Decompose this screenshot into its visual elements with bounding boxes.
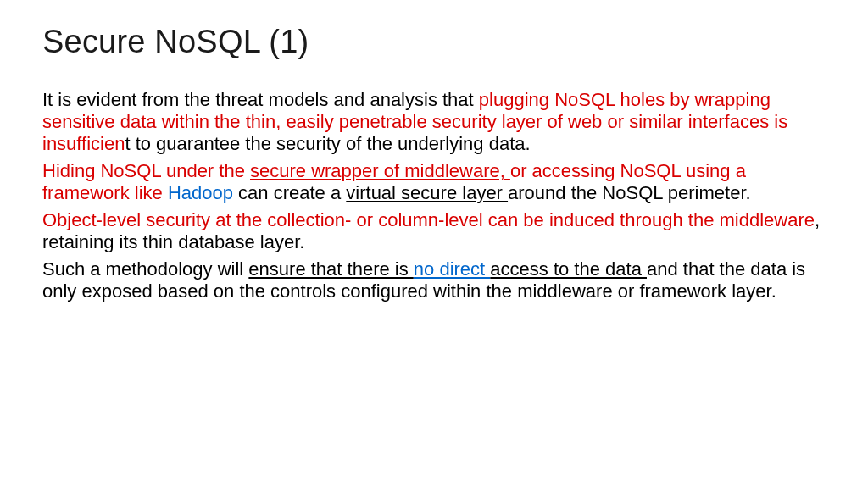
text-link-style: Hadoop bbox=[168, 182, 233, 203]
paragraph-4: Such a methodology will ensure that ther… bbox=[42, 258, 826, 302]
text-link-style-underline: no direct bbox=[414, 258, 491, 280]
text-underline: ensure that there is bbox=[248, 258, 413, 280]
text: around the NoSQL perimeter. bbox=[508, 182, 751, 203]
slide: Secure NoSQL (1) It is evident from the … bbox=[0, 0, 868, 488]
paragraph-3: Object-level security at the collection-… bbox=[42, 209, 826, 253]
text-underline: virtual secure layer bbox=[346, 182, 508, 203]
slide-body: It is evident from the threat models and… bbox=[42, 89, 826, 302]
text-underline: access to the data bbox=[490, 258, 647, 280]
paragraph-1: It is evident from the threat models and… bbox=[42, 89, 826, 155]
text-emphasis-underline: secure wrapper of middleware, bbox=[250, 160, 510, 181]
text-emphasis: or bbox=[510, 160, 532, 181]
text-emphasis: Object-level security at the collection-… bbox=[42, 209, 815, 230]
text-emphasis: Hiding NoSQL under the bbox=[42, 160, 250, 181]
text: can create a bbox=[233, 182, 346, 203]
text: t to guarantee the security of the under… bbox=[125, 133, 530, 154]
paragraph-2: Hiding NoSQL under the secure wrapper of… bbox=[42, 160, 826, 204]
text: It is evident from the threat models and… bbox=[42, 89, 479, 110]
text: Such a methodology will bbox=[42, 258, 248, 280]
slide-title: Secure NoSQL (1) bbox=[42, 24, 826, 60]
